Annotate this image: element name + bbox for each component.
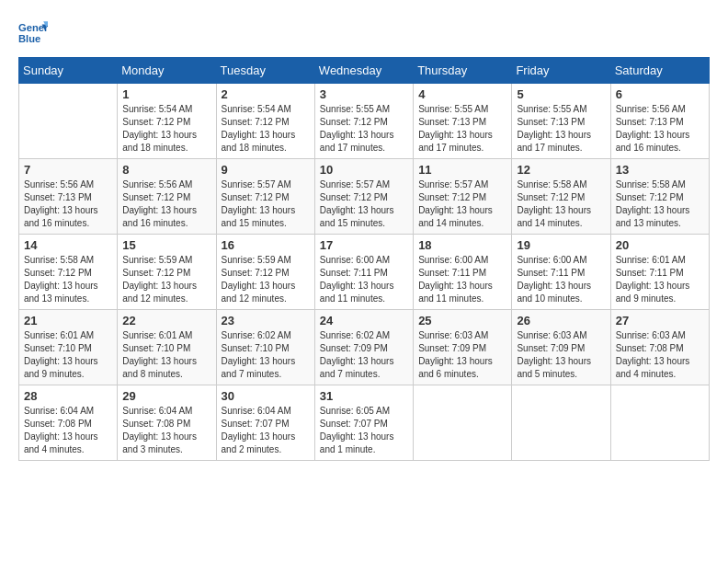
- day-info: Sunrise: 6:05 AM Sunset: 7:07 PM Dayligh…: [320, 405, 408, 456]
- calendar-cell: 4Sunrise: 5:55 AM Sunset: 7:13 PM Daylig…: [414, 84, 512, 159]
- svg-text:Blue: Blue: [18, 33, 40, 44]
- calendar-cell: 23Sunrise: 6:02 AM Sunset: 7:10 PM Dayli…: [216, 310, 314, 385]
- calendar-cell: 1Sunrise: 5:54 AM Sunset: 7:12 PM Daylig…: [118, 84, 216, 159]
- page-header: General Blue: [18, 18, 710, 48]
- calendar-cell: [610, 385, 709, 461]
- day-info: Sunrise: 5:55 AM Sunset: 7:13 PM Dayligh…: [517, 103, 605, 155]
- col-header-monday: Monday: [118, 58, 216, 84]
- calendar-cell: 7Sunrise: 5:56 AM Sunset: 7:13 PM Daylig…: [19, 159, 118, 235]
- day-info: Sunrise: 6:00 AM Sunset: 7:11 PM Dayligh…: [418, 254, 506, 305]
- day-info: Sunrise: 5:58 AM Sunset: 7:12 PM Dayligh…: [24, 254, 112, 305]
- day-number: 21: [24, 314, 112, 327]
- day-info: Sunrise: 6:00 AM Sunset: 7:11 PM Dayligh…: [517, 254, 605, 305]
- day-number: 6: [616, 87, 704, 101]
- day-info: Sunrise: 6:03 AM Sunset: 7:09 PM Dayligh…: [418, 329, 506, 381]
- calendar-cell: 19Sunrise: 6:00 AM Sunset: 7:11 PM Dayli…: [512, 235, 610, 310]
- calendar-cell: [414, 385, 512, 461]
- day-number: 22: [122, 314, 210, 327]
- day-number: 12: [517, 163, 605, 177]
- calendar-week-2: 7Sunrise: 5:56 AM Sunset: 7:13 PM Daylig…: [19, 159, 710, 235]
- svg-text:General: General: [18, 22, 48, 33]
- calendar-cell: 6Sunrise: 5:56 AM Sunset: 7:13 PM Daylig…: [610, 84, 709, 159]
- calendar-cell: 24Sunrise: 6:02 AM Sunset: 7:09 PM Dayli…: [314, 310, 413, 385]
- calendar-cell: 8Sunrise: 5:56 AM Sunset: 7:12 PM Daylig…: [118, 159, 216, 235]
- day-info: Sunrise: 6:04 AM Sunset: 7:08 PM Dayligh…: [24, 405, 112, 456]
- day-number: 5: [517, 87, 605, 101]
- calendar-cell: 3Sunrise: 5:55 AM Sunset: 7:12 PM Daylig…: [314, 84, 413, 159]
- calendar-cell: 28Sunrise: 6:04 AM Sunset: 7:08 PM Dayli…: [19, 385, 118, 461]
- day-info: Sunrise: 5:56 AM Sunset: 7:13 PM Dayligh…: [616, 103, 704, 155]
- day-info: Sunrise: 6:01 AM Sunset: 7:10 PM Dayligh…: [24, 329, 112, 381]
- day-info: Sunrise: 5:59 AM Sunset: 7:12 PM Dayligh…: [122, 254, 210, 305]
- calendar-cell: 18Sunrise: 6:00 AM Sunset: 7:11 PM Dayli…: [414, 235, 512, 310]
- day-number: 18: [418, 238, 506, 252]
- day-info: Sunrise: 5:55 AM Sunset: 7:12 PM Dayligh…: [320, 103, 408, 155]
- calendar-cell: 16Sunrise: 5:59 AM Sunset: 7:12 PM Dayli…: [216, 235, 314, 310]
- day-number: 19: [517, 238, 605, 252]
- logo-icon: General Blue: [18, 18, 48, 48]
- day-info: Sunrise: 5:57 AM Sunset: 7:12 PM Dayligh…: [320, 178, 408, 230]
- day-number: 27: [616, 314, 704, 327]
- calendar-cell: 9Sunrise: 5:57 AM Sunset: 7:12 PM Daylig…: [216, 159, 314, 235]
- day-number: 8: [122, 163, 210, 177]
- calendar-cell: 12Sunrise: 5:58 AM Sunset: 7:12 PM Dayli…: [512, 159, 610, 235]
- day-info: Sunrise: 6:02 AM Sunset: 7:09 PM Dayligh…: [320, 329, 408, 381]
- day-number: 29: [122, 389, 210, 403]
- calendar-week-1: 1Sunrise: 5:54 AM Sunset: 7:12 PM Daylig…: [19, 84, 710, 159]
- calendar-cell: 22Sunrise: 6:01 AM Sunset: 7:10 PM Dayli…: [118, 310, 216, 385]
- day-info: Sunrise: 6:01 AM Sunset: 7:10 PM Dayligh…: [122, 329, 210, 381]
- day-number: 16: [222, 238, 310, 252]
- col-header-saturday: Saturday: [610, 58, 709, 84]
- day-number: 20: [616, 238, 704, 252]
- day-number: 30: [222, 389, 310, 403]
- day-info: Sunrise: 5:58 AM Sunset: 7:12 PM Dayligh…: [616, 178, 704, 230]
- day-info: Sunrise: 6:04 AM Sunset: 7:07 PM Dayligh…: [222, 405, 310, 456]
- calendar-week-5: 28Sunrise: 6:04 AM Sunset: 7:08 PM Dayli…: [19, 385, 710, 461]
- day-info: Sunrise: 6:00 AM Sunset: 7:11 PM Dayligh…: [320, 254, 408, 305]
- day-number: 28: [24, 389, 112, 403]
- day-info: Sunrise: 6:03 AM Sunset: 7:09 PM Dayligh…: [517, 329, 605, 381]
- day-number: 13: [616, 163, 704, 177]
- day-info: Sunrise: 5:57 AM Sunset: 7:12 PM Dayligh…: [418, 178, 506, 230]
- col-header-thursday: Thursday: [414, 58, 512, 84]
- calendar-cell: [19, 84, 118, 159]
- calendar-cell: 15Sunrise: 5:59 AM Sunset: 7:12 PM Dayli…: [118, 235, 216, 310]
- day-number: 26: [517, 314, 605, 327]
- day-info: Sunrise: 5:58 AM Sunset: 7:12 PM Dayligh…: [517, 178, 605, 230]
- day-info: Sunrise: 5:56 AM Sunset: 7:12 PM Dayligh…: [122, 178, 210, 230]
- calendar-cell: 2Sunrise: 5:54 AM Sunset: 7:12 PM Daylig…: [216, 84, 314, 159]
- day-number: 2: [222, 87, 310, 101]
- day-info: Sunrise: 6:01 AM Sunset: 7:11 PM Dayligh…: [616, 254, 704, 305]
- day-number: 3: [320, 87, 408, 101]
- day-info: Sunrise: 6:02 AM Sunset: 7:10 PM Dayligh…: [222, 329, 310, 381]
- calendar-week-3: 14Sunrise: 5:58 AM Sunset: 7:12 PM Dayli…: [19, 235, 710, 310]
- calendar-cell: 14Sunrise: 5:58 AM Sunset: 7:12 PM Dayli…: [19, 235, 118, 310]
- day-number: 31: [320, 389, 408, 403]
- calendar-cell: 25Sunrise: 6:03 AM Sunset: 7:09 PM Dayli…: [414, 310, 512, 385]
- calendar-cell: 13Sunrise: 5:58 AM Sunset: 7:12 PM Dayli…: [610, 159, 709, 235]
- day-info: Sunrise: 5:54 AM Sunset: 7:12 PM Dayligh…: [122, 103, 210, 155]
- col-header-sunday: Sunday: [19, 58, 118, 84]
- calendar-cell: 10Sunrise: 5:57 AM Sunset: 7:12 PM Dayli…: [314, 159, 413, 235]
- logo: General Blue: [18, 18, 51, 48]
- calendar-cell: 20Sunrise: 6:01 AM Sunset: 7:11 PM Dayli…: [610, 235, 709, 310]
- calendar-week-4: 21Sunrise: 6:01 AM Sunset: 7:10 PM Dayli…: [19, 310, 710, 385]
- calendar-cell: 21Sunrise: 6:01 AM Sunset: 7:10 PM Dayli…: [19, 310, 118, 385]
- day-number: 7: [24, 163, 112, 177]
- day-number: 4: [418, 87, 506, 101]
- calendar-cell: 5Sunrise: 5:55 AM Sunset: 7:13 PM Daylig…: [512, 84, 610, 159]
- col-header-wednesday: Wednesday: [314, 58, 413, 84]
- calendar-table: SundayMondayTuesdayWednesdayThursdayFrid…: [18, 57, 710, 461]
- col-header-friday: Friday: [512, 58, 610, 84]
- day-number: 1: [122, 87, 210, 101]
- day-info: Sunrise: 6:03 AM Sunset: 7:08 PM Dayligh…: [616, 329, 704, 381]
- col-header-tuesday: Tuesday: [216, 58, 314, 84]
- day-info: Sunrise: 5:57 AM Sunset: 7:12 PM Dayligh…: [222, 178, 310, 230]
- day-number: 10: [320, 163, 408, 177]
- day-info: Sunrise: 5:59 AM Sunset: 7:12 PM Dayligh…: [222, 254, 310, 305]
- day-number: 9: [222, 163, 310, 177]
- day-number: 23: [222, 314, 310, 327]
- calendar-cell: [512, 385, 610, 461]
- day-number: 17: [320, 238, 408, 252]
- day-info: Sunrise: 5:54 AM Sunset: 7:12 PM Dayligh…: [222, 103, 310, 155]
